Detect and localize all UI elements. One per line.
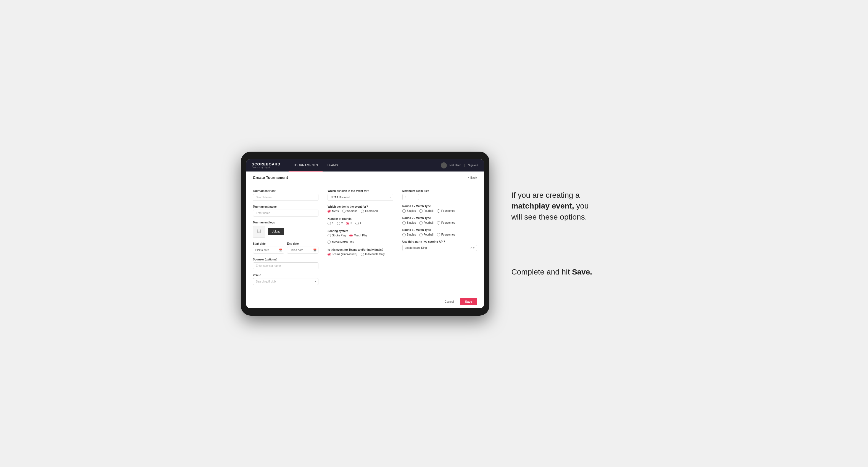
tournament-name-input[interactable] [253, 210, 319, 217]
round3-singles-radio[interactable] [402, 233, 406, 237]
start-date-group: Start date 📅 [253, 242, 284, 253]
round3-options: Singles Fourball Foursomes [402, 233, 477, 237]
cancel-button[interactable]: Cancel [441, 298, 457, 305]
form-footer: Cancel Save [246, 295, 484, 308]
user-name: Test User [449, 164, 461, 167]
tournament-host-label: Tournament Host [253, 189, 319, 192]
sign-out-link[interactable]: Sign out [468, 164, 478, 167]
left-column: Tournament Host Tournament name Tourname… [253, 189, 323, 289]
logo-title: SCOREBOARD [252, 162, 281, 166]
gender-mens-label: Mens [332, 210, 339, 213]
calendar-icon-end: 📅 [313, 249, 316, 252]
venue-label: Venue [253, 274, 319, 277]
save-button[interactable]: Save [460, 298, 477, 305]
page-header: Create Tournament ‹ Back [246, 172, 484, 184]
gender-mens-radio[interactable] [328, 210, 331, 213]
app-logo: SCOREBOARD Powered by clippit [252, 162, 281, 168]
scoring-medal[interactable]: Medal Match Play [328, 241, 354, 244]
venue-input[interactable] [253, 278, 319, 285]
gender-womens-label: Womens [347, 210, 358, 213]
round1-singles-radio[interactable] [402, 209, 406, 213]
gender-womens-radio[interactable] [342, 210, 345, 213]
scoring-match[interactable]: Match Play [349, 234, 367, 237]
tablet-screen: SCOREBOARD Powered by clippit TOURNAMENT… [246, 159, 484, 308]
round1-foursomes-radio[interactable] [437, 209, 440, 213]
tab-teams[interactable]: TEAMS [322, 159, 342, 172]
gender-combined-radio[interactable] [361, 210, 364, 213]
round2-singles[interactable]: Singles [402, 221, 416, 224]
scoring-stroke[interactable]: Stroke Play [328, 234, 346, 237]
teams-teams[interactable]: Teams (+Individuals) [328, 253, 358, 256]
round3-foursomes[interactable]: Foursomes [437, 233, 455, 237]
annotation-top-text1: If you are creating a [512, 191, 580, 199]
nav-user-area: Test User | Sign out [441, 162, 478, 168]
scoring-match-radio[interactable] [349, 234, 353, 237]
round1-foursomes[interactable]: Foursomes [437, 209, 455, 213]
round1-fourball[interactable]: Fourball [419, 209, 434, 213]
scoring-medal-radio[interactable] [328, 241, 331, 244]
max-team-size-input[interactable]: 5 [402, 194, 419, 200]
division-select[interactable]: NCAA Division I [328, 194, 393, 201]
round3-fourball-radio[interactable] [419, 233, 423, 237]
round3-match-type: Round 3 - Match Type Singles Fourball [402, 228, 477, 237]
scoring-radio-group: Stroke Play Match Play Medal Match Play [328, 234, 393, 244]
rounds-2-radio[interactable] [337, 222, 340, 225]
round2-fourball-radio[interactable] [419, 221, 423, 224]
gender-combined[interactable]: Combined [361, 210, 378, 213]
rounds-1[interactable]: 1 [328, 222, 334, 225]
scoring-match-label: Match Play [354, 234, 367, 237]
rounds-3-label: 3 [350, 222, 352, 225]
logo-placeholder-icon: 🖼 [253, 226, 265, 238]
gender-mens[interactable]: Mens [328, 210, 339, 213]
round2-foursomes[interactable]: Foursomes [437, 221, 455, 224]
round1-fourball-radio[interactable] [419, 209, 423, 213]
teams-individuals-radio[interactable] [361, 253, 364, 256]
round2-foursomes-radio[interactable] [437, 221, 440, 224]
scoring-medal-label: Medal Match Play [332, 241, 354, 244]
form-layout: Tournament Host Tournament name Tourname… [246, 184, 484, 295]
rounds-3[interactable]: 3 [346, 222, 352, 225]
teams-label: Is this event for Teams and/or Individua… [328, 248, 393, 251]
back-button[interactable]: ‹ Back [468, 176, 477, 180]
round3-singles[interactable]: Singles [402, 233, 416, 237]
page-title: Create Tournament [253, 175, 288, 180]
teams-teams-label: Teams (+Individuals) [332, 253, 358, 256]
sponsor-label: Sponsor (optional) [253, 258, 319, 261]
round3-fourball[interactable]: Fourball [419, 233, 434, 237]
round3-foursomes-radio[interactable] [437, 233, 440, 237]
round2-singles-radio[interactable] [402, 221, 406, 224]
api-select-wrapper[interactable]: Leaderboard King ✕ ▾ [402, 245, 477, 251]
logo-subtitle: Powered by clippit [252, 166, 281, 168]
teams-radio-group: Teams (+Individuals) Individuals Only [328, 253, 393, 256]
teams-individuals[interactable]: Individuals Only [361, 253, 385, 256]
round1-singles[interactable]: Singles [402, 209, 416, 213]
api-clear-icon[interactable]: ✕ ▾ [470, 246, 475, 249]
max-team-size-label: Maximum Team Size [402, 189, 477, 192]
dates-group: Start date 📅 End date 📅 [253, 242, 319, 253]
scoring-stroke-radio[interactable] [328, 234, 331, 237]
round1-fourball-label: Fourball [424, 209, 434, 212]
calendar-icon: 📅 [279, 249, 282, 252]
scoring-label: Scoring system [328, 229, 393, 232]
round2-options: Singles Fourball Foursomes [402, 221, 477, 224]
rounds-label: Number of rounds [328, 217, 393, 220]
upload-button[interactable]: Upload [268, 228, 284, 235]
rounds-4-radio[interactable] [355, 222, 359, 225]
rounds-3-radio[interactable] [346, 222, 349, 225]
teams-teams-radio[interactable] [328, 253, 331, 256]
round2-label: Round 2 - Match Type [402, 217, 477, 220]
tournament-name-label: Tournament name [253, 205, 319, 208]
round1-singles-label: Singles [407, 209, 416, 212]
api-label: Use third-party live scoring API? [402, 240, 477, 243]
tournament-logo-group: Tournament logo 🖼 Upload [253, 221, 319, 238]
rounds-1-radio[interactable] [328, 222, 331, 225]
rounds-4[interactable]: 4 [355, 222, 362, 225]
tab-tournaments[interactable]: TOURNAMENTS [288, 159, 322, 172]
gender-womens[interactable]: Womens [342, 210, 358, 213]
tournament-name-group: Tournament name [253, 205, 319, 217]
sponsor-input[interactable] [253, 262, 319, 269]
tournament-host-input[interactable] [253, 194, 319, 201]
rounds-2[interactable]: 2 [337, 222, 343, 225]
round2-fourball[interactable]: Fourball [419, 221, 434, 224]
middle-column: Which division is the event for? NCAA Di… [328, 189, 398, 289]
